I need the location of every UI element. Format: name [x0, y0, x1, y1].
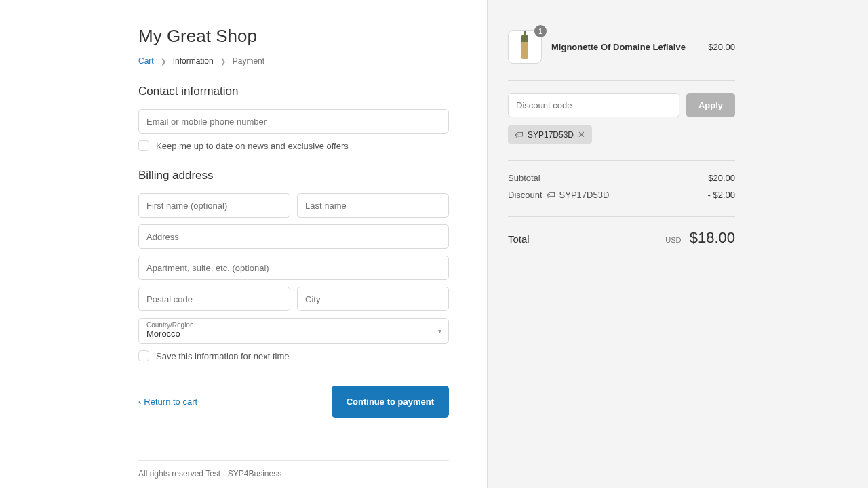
billing-heading: Billing address	[138, 169, 449, 182]
shop-title: My Great Shop	[138, 26, 449, 47]
currency-label: USD	[665, 236, 681, 244]
divider	[508, 160, 735, 161]
footer-text: All rights reserved Test - SYP4Business	[138, 460, 449, 479]
divider	[508, 216, 735, 217]
apply-button[interactable]: Apply	[686, 93, 735, 117]
discount-code-input[interactable]	[508, 93, 679, 117]
cart-item: 1 Mignonette Of Domaine Leflaive $20.00	[508, 30, 735, 64]
postal-code-input[interactable]	[138, 287, 290, 311]
country-label: Country/Region	[146, 321, 193, 329]
email-input[interactable]	[138, 109, 449, 134]
applied-discount-code: SYP17D53D	[528, 130, 574, 140]
discount-label: Discount	[508, 190, 542, 200]
breadcrumb: Cart ❯ Information ❯ Payment	[138, 56, 449, 66]
bottle-icon	[521, 35, 528, 59]
return-to-cart-link[interactable]: ‹ Return to cart	[138, 396, 197, 407]
contact-heading: Contact information	[138, 85, 449, 98]
remove-discount-icon[interactable]: ✕	[578, 129, 585, 140]
subtotal-value: $20.00	[708, 173, 735, 183]
subtotal-label: Subtotal	[508, 173, 540, 183]
apartment-input[interactable]	[138, 256, 449, 280]
last-name-input[interactable]	[297, 193, 449, 218]
save-info-checkbox-row[interactable]: Save this information for next time	[138, 350, 449, 361]
country-value: Morocco	[146, 329, 180, 339]
checkbox-icon[interactable]	[138, 140, 149, 151]
continue-to-payment-button[interactable]: Continue to payment	[332, 386, 449, 418]
breadcrumb-cart[interactable]: Cart	[138, 56, 154, 66]
save-info-label: Save this information for next time	[156, 351, 290, 361]
chevron-down-icon[interactable]: ▾	[431, 319, 448, 343]
total-label: Total	[508, 233, 530, 245]
breadcrumb-payment: Payment	[233, 56, 264, 66]
discount-value: - $2.00	[708, 190, 735, 200]
product-name: Mignonette Of Domaine Leflaive	[551, 42, 698, 52]
divider	[508, 80, 735, 81]
city-input[interactable]	[297, 287, 449, 311]
chevron-left-icon: ‹	[138, 396, 141, 407]
country-select[interactable]: Country/Region Morocco ▾	[138, 318, 449, 344]
checkbox-icon[interactable]	[138, 350, 149, 361]
tag-icon: 🏷	[515, 129, 524, 140]
return-label: Return to cart	[144, 396, 197, 407]
applied-discount-tag: 🏷 SYP17D53D ✕	[508, 125, 592, 144]
tag-icon: 🏷	[547, 190, 555, 200]
newsletter-checkbox-row[interactable]: Keep me up to date on news and exclusive…	[138, 140, 449, 151]
breadcrumb-information: Information	[173, 56, 214, 66]
chevron-right-icon: ❯	[161, 58, 166, 65]
first-name-input[interactable]	[138, 193, 290, 218]
total-amount: $18.00	[690, 229, 735, 246]
quantity-badge: 1	[534, 25, 547, 37]
newsletter-label: Keep me up to date on news and exclusive…	[156, 141, 349, 151]
discount-code-display: SYP17D53D	[559, 190, 610, 200]
address-input[interactable]	[138, 224, 449, 249]
chevron-right-icon: ❯	[220, 58, 226, 65]
product-price: $20.00	[708, 42, 735, 52]
product-thumbnail: 1	[508, 30, 542, 64]
